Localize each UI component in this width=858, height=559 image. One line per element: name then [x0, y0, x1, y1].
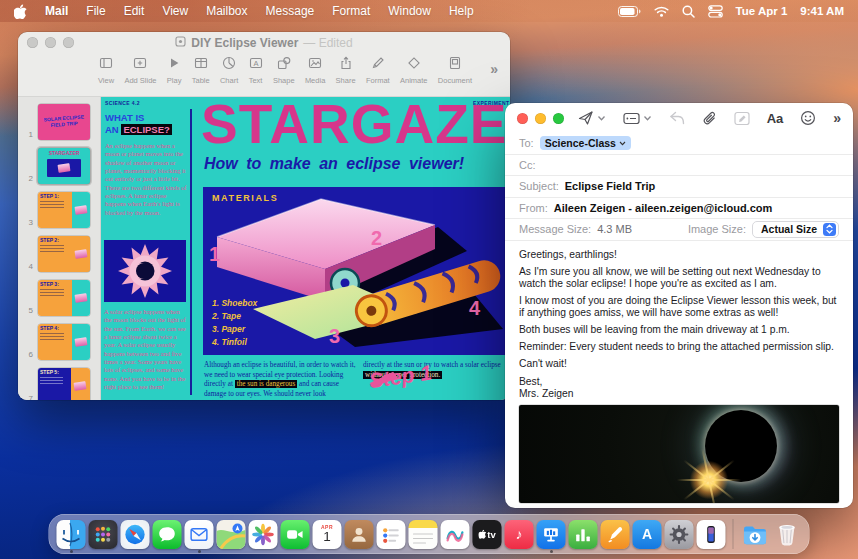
slide-canvas: SCIENCE 4.2 EXPERIMENT #11 WHAT IS AN EC…	[101, 97, 510, 400]
slide-thumbnail-6[interactable]: STEP 4:	[38, 324, 90, 360]
subject-field[interactable]: Subject: Eclipse Field Trip	[505, 176, 853, 198]
slide-thumbnail-5[interactable]: STEP 3:	[38, 280, 90, 316]
apple-menu-icon[interactable]	[14, 4, 27, 19]
search-icon[interactable]	[682, 5, 695, 18]
dock-item-launchpad[interactable]	[89, 520, 118, 549]
recipient-token[interactable]: Science-Class	[540, 136, 631, 150]
menu-view[interactable]: View	[162, 4, 188, 18]
menu-help[interactable]: Help	[449, 4, 474, 18]
markup-button[interactable]	[734, 111, 750, 126]
toolbar-button-document[interactable]: Document	[438, 56, 472, 85]
dock-item-iphone-mirroring[interactable]	[697, 520, 726, 549]
slide-paragraph-1[interactable]: An eclipse happens when a moon or planet…	[105, 142, 187, 217]
toolbar-button-media[interactable]: Media	[305, 56, 325, 85]
wifi-icon[interactable]	[654, 6, 669, 17]
toolbar-button-shape[interactable]: Shape	[273, 56, 295, 85]
slide-thumbnail-row: 6 STEP 4:	[18, 322, 100, 362]
to-field[interactable]: To: Science-Class	[505, 133, 853, 155]
emoji-button[interactable]	[800, 110, 816, 126]
toolbar-button-share[interactable]: Share	[336, 56, 356, 85]
minimize-button[interactable]	[535, 113, 546, 124]
menu-time[interactable]: 9:41 AM	[800, 5, 844, 17]
dock-item-appstore[interactable]: A	[633, 520, 662, 549]
slide-subtitle[interactable]: How to make an eclipse viewer!	[204, 155, 464, 173]
toolbar-button-view[interactable]: View	[98, 56, 114, 85]
toolbar-button-chart[interactable]: Chart	[220, 56, 238, 85]
desktop: Mail File Edit View Mailbox Message Form…	[0, 0, 858, 559]
slide-footer-left[interactable]: Although an eclipse is beautiful, in ord…	[204, 361, 356, 399]
sun-illustration[interactable]	[104, 240, 186, 302]
menu-file[interactable]: File	[86, 4, 105, 18]
toolbar-button-add-slide[interactable]: Add Slide	[124, 56, 156, 85]
slide-course-code[interactable]: SCIENCE 4.2	[105, 100, 140, 106]
slide-thumbnail-row: 4 STEP 2:	[18, 234, 100, 274]
reply-button[interactable]	[669, 111, 685, 125]
cc-field[interactable]: Cc:	[505, 155, 853, 177]
dock-item-pages[interactable]	[601, 520, 630, 549]
slide-number: 4	[18, 262, 36, 274]
attach-button[interactable]	[702, 111, 717, 126]
materials-panel[interactable]: MATERIALS 1 2 3 4 1. Shoebox 2. Tape 3. …	[203, 187, 510, 355]
toolbar-button-table[interactable]: Table	[192, 56, 210, 85]
toolbar-button-format[interactable]: Format	[366, 56, 390, 85]
toolbar-overflow-chevron[interactable]: »	[833, 110, 841, 126]
header-fields-button[interactable]	[623, 111, 652, 126]
dock-item-messages[interactable]	[153, 520, 182, 549]
dock-item-music[interactable]: ♪	[505, 520, 534, 549]
menu-message[interactable]: Message	[266, 4, 315, 18]
menu-mail[interactable]: Mail	[45, 4, 68, 18]
slide-thumbnail-3[interactable]: STEP 1:	[38, 192, 90, 228]
image-size-dropdown[interactable]: Actual Size	[752, 221, 839, 238]
format-button[interactable]: Aa	[767, 111, 784, 126]
toolbar-overflow-chevron[interactable]: »	[490, 61, 498, 77]
close-button[interactable]	[517, 113, 528, 124]
battery-icon[interactable]	[618, 6, 641, 17]
dock-item-photos[interactable]	[249, 520, 278, 549]
dock-item-mail[interactable]	[185, 520, 214, 549]
menu-window[interactable]: Window	[388, 4, 431, 18]
document-proxy-icon[interactable]	[175, 36, 186, 50]
dock-item-facetime[interactable]	[281, 520, 310, 549]
slide-number: 3	[18, 218, 36, 230]
send-button[interactable]	[578, 110, 606, 126]
dock-item-appletv[interactable]: tv	[473, 520, 502, 549]
trash-icon	[774, 521, 801, 548]
dock-item-notes[interactable]	[409, 520, 438, 549]
from-field[interactable]: From: Aileen Zeigen - aileen.zeigen@iclo…	[505, 198, 853, 220]
message-body[interactable]: Greetings, earthlings! As I'm sure you a…	[505, 241, 853, 400]
menu-mailbox[interactable]: Mailbox	[206, 4, 247, 18]
dock-item-reminders[interactable]	[377, 520, 406, 549]
dock-item-contacts[interactable]	[345, 520, 374, 549]
document-title: DIY Eclipse Viewer	[191, 36, 298, 50]
heading-line1: WHAT IS	[105, 112, 144, 123]
toolbar-button-text[interactable]: A Text	[249, 56, 263, 85]
menu-date[interactable]: Tue Apr 1	[736, 5, 788, 17]
slide-thumbnail-4[interactable]: STEP 2:	[38, 236, 90, 272]
slide-title[interactable]: STARGAZER	[201, 97, 510, 152]
dock-item-finder[interactable]	[57, 520, 86, 549]
control-center-icon[interactable]	[708, 5, 723, 18]
dock-item-calendar[interactable]: APR 1	[313, 520, 342, 549]
dock-item-maps[interactable]	[217, 520, 246, 549]
dock-item-trash[interactable]	[773, 520, 802, 549]
dock-item-downloads[interactable]	[741, 520, 770, 549]
slide-paragraph-2[interactable]: A solar eclipse happens when the moon bl…	[104, 308, 188, 391]
dock-item-safari[interactable]	[121, 520, 150, 549]
dock-item-keynote[interactable]	[537, 520, 566, 549]
dock-item-numbers[interactable]	[569, 520, 598, 549]
dock-item-settings[interactable]	[665, 520, 694, 549]
slide-thumbnail-2[interactable]: STARGAZER	[38, 148, 90, 184]
toolbar-button-play[interactable]: Play	[167, 56, 182, 85]
menu-format[interactable]: Format	[332, 4, 370, 18]
size-row: Message Size: 4.3 MB Image Size: Actual …	[505, 219, 853, 241]
step-annotation[interactable]: Step 1	[368, 369, 402, 388]
menu-edit[interactable]: Edit	[124, 4, 145, 18]
slide-thumbnail-1[interactable]: SOLAR ECLIPSE FIELD TRIP	[38, 104, 90, 140]
slide-sidebar-heading[interactable]: WHAT IS AN ECLIPSE?	[105, 112, 172, 136]
slide-thumbnail-7[interactable]: STEP 5:	[38, 368, 90, 400]
calendar-day: 1	[323, 530, 331, 544]
eclipse-attachment-image[interactable]	[519, 405, 839, 503]
dock-item-freeform[interactable]	[441, 520, 470, 549]
toolbar-button-animate[interactable]: Animate	[400, 56, 428, 85]
zoom-button[interactable]	[553, 113, 564, 124]
